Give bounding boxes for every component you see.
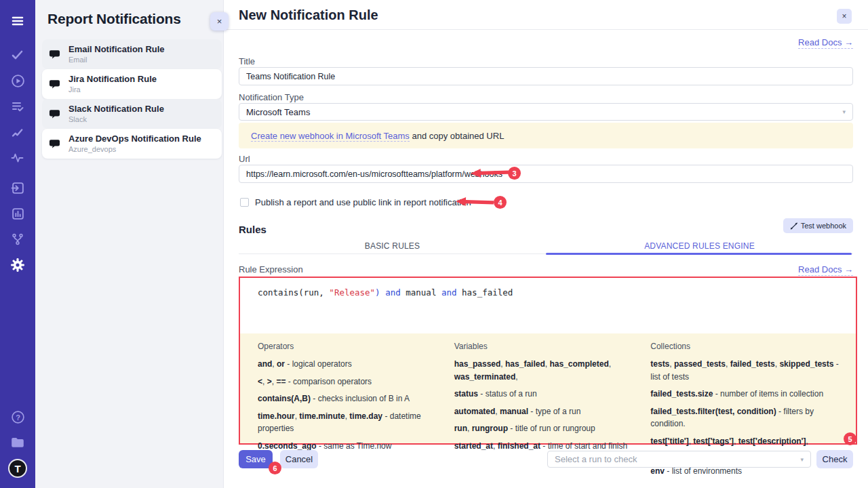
- chevron-down-icon: ▾: [842, 108, 846, 115]
- help-column-operators: Operators and, or - logical operators <,…: [258, 342, 439, 443]
- rule-title: Email Notification Rule: [68, 44, 165, 55]
- chevron-down-icon: ▾: [800, 456, 804, 463]
- rules-heading: Rules: [239, 224, 267, 235]
- list-item-email-rule[interactable]: Email Notification RuleEmail: [42, 39, 222, 69]
- test-webhook-button[interactable]: Test webhook: [783, 218, 853, 233]
- play-circle-icon[interactable]: [0, 68, 35, 94]
- publish-report-label: Publish a report and use public link in …: [255, 197, 471, 207]
- annotation-badge-3: 3: [508, 167, 521, 180]
- activity-icon[interactable]: [0, 145, 35, 171]
- cancel-button[interactable]: Cancel: [280, 450, 318, 468]
- panel-title: Report Notifications: [47, 11, 181, 27]
- rule-subtitle: Slack: [68, 115, 164, 124]
- help-line: automated, manual - type of a run: [454, 405, 636, 418]
- dialog-title: New Notification Rule: [239, 7, 378, 23]
- annotation-badge-5: 5: [844, 432, 856, 445]
- help-line: contains(A,B) - checks inclusion of B in…: [258, 392, 439, 405]
- help-line: run, rungroup - title of run or rungroup: [454, 422, 636, 435]
- help-line: <, >, == - comparison operators: [258, 375, 439, 388]
- check-icon[interactable]: [0, 42, 35, 68]
- list-item-slack-rule[interactable]: Slack Notification RuleSlack: [42, 99, 222, 129]
- report-notifications-panel: Report Notifications Email Notification …: [35, 0, 224, 488]
- chat-bubble-icon: [49, 49, 60, 60]
- rules-tabs: BASIC RULES ADVANCED RULES ENGINE: [239, 239, 853, 254]
- publish-report-checkbox[interactable]: [240, 198, 249, 207]
- rule-title: Slack Notification Rule: [68, 104, 164, 115]
- help-column-variables: Variables has_passed, has_failed, has_co…: [454, 342, 636, 443]
- help-line: time.hour, time.minute, time.day - datet…: [258, 410, 439, 435]
- rule-title: Azure DevOps Notification Rule: [68, 134, 201, 144]
- webhook-info-banner: Create new webhook in Microsoft Teams an…: [239, 123, 853, 148]
- title-input[interactable]: [239, 67, 853, 85]
- menu-icon[interactable]: [0, 8, 35, 34]
- list-item-jira-rule[interactable]: Jira Notification RuleJira: [42, 69, 222, 99]
- rule-title: Jira Notification Rule: [68, 74, 157, 85]
- annotation-arrow-4: [456, 196, 494, 208]
- url-input[interactable]: [239, 165, 853, 183]
- chat-bubble-icon: [49, 108, 60, 120]
- panel-close-button[interactable]: ×: [210, 12, 229, 30]
- help-line: failed_tests.size - number of items in c…: [650, 388, 841, 401]
- folder-icon[interactable]: [0, 430, 35, 455]
- bar-chart-icon[interactable]: [0, 201, 35, 226]
- list-item-azure-devops-rule[interactable]: Azure DevOps Notification RuleAzure_devo…: [42, 129, 222, 159]
- list-check-icon[interactable]: [0, 94, 35, 119]
- svg-text:?: ?: [16, 413, 20, 421]
- help-column-title: Variables: [454, 342, 636, 351]
- dialog-header: New Notification Rule ×: [224, 0, 868, 30]
- banner-text: and copy obtained URL: [410, 131, 504, 141]
- dialog-close-button[interactable]: ×: [837, 9, 852, 24]
- help-line: status - status of a run: [454, 388, 636, 401]
- test-webhook-label: Test webhook: [801, 222, 846, 230]
- rule-expression-editor[interactable]: contains(run, "Release") and manual and …: [240, 278, 856, 333]
- rule-subtitle: Email: [68, 55, 165, 64]
- annotation-badge-6: 6: [269, 462, 281, 474]
- expression-help-panel: Operators and, or - logical operators <,…: [240, 333, 856, 443]
- help-line: has_passed, has_failed, has_completed, w…: [454, 358, 636, 383]
- help-column-title: Collections: [650, 342, 841, 351]
- check-button[interactable]: Check: [816, 450, 853, 468]
- annotated-rule-expression-box: contains(run, "Release") and manual and …: [239, 277, 857, 445]
- save-button[interactable]: Save: [239, 450, 273, 468]
- new-notification-rule-dialog: New Notification Rule × Read Docs → Titl…: [224, 0, 868, 488]
- help-column-collections: Collections tests, passed_tests, failed_…: [650, 342, 841, 443]
- branch-icon[interactable]: [0, 226, 35, 252]
- rule-expression-label: Rule Expression: [239, 264, 303, 274]
- help-line: failed_tests.filter(test, condition) - f…: [650, 405, 841, 430]
- url-label: Url: [239, 154, 250, 164]
- chat-bubble-icon: [49, 79, 60, 90]
- run-select-placeholder: Select a run to check: [555, 454, 637, 464]
- run-to-check-select[interactable]: Select a run to check ▾: [547, 451, 811, 468]
- tab-advanced-rules-engine[interactable]: ADVANCED RULES ENGINE: [546, 239, 853, 253]
- annotation-arrow-3: [471, 167, 509, 179]
- publish-report-checkbox-row: Publish a report and use public link in …: [240, 197, 471, 207]
- create-webhook-link[interactable]: Create new webhook in Microsoft Teams: [251, 131, 410, 142]
- title-label: Title: [239, 56, 255, 66]
- tab-basic-rules[interactable]: BASIC RULES: [239, 239, 546, 253]
- read-docs-link[interactable]: Read Docs →: [798, 37, 853, 47]
- notification-rules-list: Email Notification RuleEmail Jira Notifi…: [42, 39, 222, 159]
- app-sidebar: ? T: [0, 0, 35, 488]
- rule-subtitle: Jira: [68, 85, 157, 94]
- expression-read-docs-link[interactable]: Read Docs →: [798, 264, 853, 274]
- help-column-title: Operators: [258, 342, 439, 351]
- import-icon[interactable]: [0, 175, 35, 201]
- webhook-test-icon: [790, 222, 797, 230]
- chat-bubble-icon: [49, 138, 60, 150]
- gear-icon[interactable]: [0, 252, 35, 278]
- notification-type-label: Notification Type: [239, 92, 304, 102]
- avatar[interactable]: T: [0, 455, 35, 481]
- rule-subtitle: Azure_devops: [68, 144, 201, 154]
- notification-type-value: Microsoft Teams: [246, 107, 310, 117]
- steps-icon[interactable]: [0, 119, 35, 145]
- notification-type-select[interactable]: Microsoft Teams ▾: [239, 103, 853, 121]
- help-line: tests, passed_tests, failed_tests, skipp…: [650, 358, 841, 383]
- annotation-badge-4: 4: [494, 196, 507, 209]
- help-icon[interactable]: ?: [0, 404, 35, 430]
- help-line: and, or - logical operators: [258, 358, 439, 371]
- avatar-letter: T: [8, 459, 27, 478]
